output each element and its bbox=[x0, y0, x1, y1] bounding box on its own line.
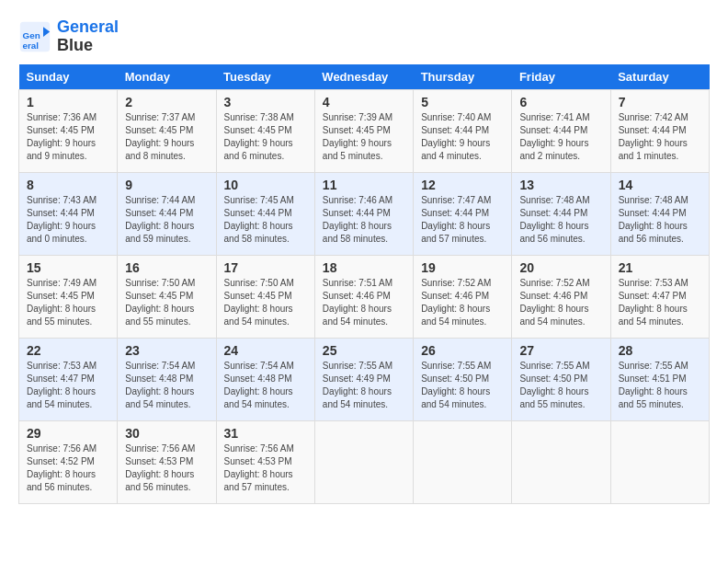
day-cell-15: 15Sunrise: 7:49 AMSunset: 4:45 PMDayligh… bbox=[19, 255, 118, 338]
day-cell-28: 28Sunrise: 7:55 AMSunset: 4:51 PMDayligh… bbox=[610, 338, 709, 420]
day-info: Sunrise: 7:47 AMSunset: 4:44 PMDaylight:… bbox=[421, 194, 504, 246]
day-cell-26: 26Sunrise: 7:55 AMSunset: 4:50 PMDayligh… bbox=[414, 338, 512, 420]
weekday-header-row: Sunday Monday Tuesday Wednesday Thursday… bbox=[19, 64, 710, 90]
day-cell-8: 8Sunrise: 7:43 AMSunset: 4:44 PMDaylight… bbox=[19, 172, 118, 255]
empty-cell bbox=[314, 420, 413, 503]
day-number: 21 bbox=[619, 260, 701, 275]
empty-cell bbox=[512, 420, 610, 503]
day-number: 17 bbox=[224, 260, 307, 275]
day-cell-17: 17Sunrise: 7:50 AMSunset: 4:45 PMDayligh… bbox=[216, 255, 314, 338]
day-info: Sunrise: 7:38 AMSunset: 4:45 PMDaylight:… bbox=[224, 111, 307, 163]
header-tuesday: Tuesday bbox=[216, 64, 314, 90]
day-number: 29 bbox=[27, 426, 109, 441]
day-cell-9: 9Sunrise: 7:44 AMSunset: 4:44 PMDaylight… bbox=[118, 172, 216, 255]
day-number: 25 bbox=[323, 343, 405, 358]
day-info: Sunrise: 7:53 AMSunset: 4:47 PMDaylight:… bbox=[27, 360, 109, 411]
day-info: Sunrise: 7:51 AMSunset: 4:46 PMDaylight:… bbox=[323, 277, 405, 328]
day-number: 20 bbox=[519, 260, 602, 275]
calendar-week-1: 1Sunrise: 7:36 AMSunset: 4:45 PMDaylight… bbox=[19, 89, 710, 172]
day-cell-20: 20Sunrise: 7:52 AMSunset: 4:46 PMDayligh… bbox=[512, 255, 610, 338]
day-number: 6 bbox=[519, 95, 602, 109]
calendar-week-3: 15Sunrise: 7:49 AMSunset: 4:45 PMDayligh… bbox=[19, 255, 710, 338]
day-info: Sunrise: 7:50 AMSunset: 4:45 PMDaylight:… bbox=[125, 277, 208, 328]
day-number: 31 bbox=[224, 426, 307, 441]
day-cell-5: 5Sunrise: 7:40 AMSunset: 4:44 PMDaylight… bbox=[414, 89, 512, 172]
day-cell-2: 2Sunrise: 7:37 AMSunset: 4:45 PMDaylight… bbox=[118, 89, 216, 172]
day-info: Sunrise: 7:43 AMSunset: 4:44 PMDaylight:… bbox=[27, 194, 109, 246]
day-cell-19: 19Sunrise: 7:52 AMSunset: 4:46 PMDayligh… bbox=[414, 255, 512, 338]
day-info: Sunrise: 7:50 AMSunset: 4:45 PMDaylight:… bbox=[224, 277, 307, 328]
day-info: Sunrise: 7:46 AMSunset: 4:44 PMDaylight:… bbox=[323, 194, 405, 246]
day-cell-11: 11Sunrise: 7:46 AMSunset: 4:44 PMDayligh… bbox=[314, 172, 413, 255]
day-number: 5 bbox=[421, 95, 504, 109]
day-info: Sunrise: 7:52 AMSunset: 4:46 PMDaylight:… bbox=[519, 277, 602, 328]
day-number: 30 bbox=[125, 426, 208, 441]
day-info: Sunrise: 7:44 AMSunset: 4:44 PMDaylight:… bbox=[125, 194, 208, 246]
day-info: Sunrise: 7:48 AMSunset: 4:44 PMDaylight:… bbox=[519, 194, 602, 246]
day-info: Sunrise: 7:56 AMSunset: 4:53 PMDaylight:… bbox=[125, 442, 208, 494]
header-saturday: Saturday bbox=[610, 64, 709, 90]
day-number: 15 bbox=[27, 260, 109, 275]
day-info: Sunrise: 7:41 AMSunset: 4:44 PMDaylight:… bbox=[519, 111, 602, 163]
header-monday: Monday bbox=[118, 64, 216, 90]
day-number: 11 bbox=[323, 178, 405, 192]
day-cell-7: 7Sunrise: 7:42 AMSunset: 4:44 PMDaylight… bbox=[610, 89, 709, 172]
calendar-week-4: 22Sunrise: 7:53 AMSunset: 4:47 PMDayligh… bbox=[19, 338, 710, 420]
day-info: Sunrise: 7:37 AMSunset: 4:45 PMDaylight:… bbox=[125, 111, 208, 163]
empty-cell bbox=[414, 420, 512, 503]
day-number: 26 bbox=[421, 343, 504, 358]
day-info: Sunrise: 7:52 AMSunset: 4:46 PMDaylight:… bbox=[421, 277, 504, 328]
header-thursday: Thursday bbox=[414, 64, 512, 90]
day-info: Sunrise: 7:54 AMSunset: 4:48 PMDaylight:… bbox=[224, 360, 307, 411]
day-number: 27 bbox=[519, 343, 602, 358]
day-cell-6: 6Sunrise: 7:41 AMSunset: 4:44 PMDaylight… bbox=[512, 89, 610, 172]
day-number: 12 bbox=[421, 178, 504, 192]
day-cell-16: 16Sunrise: 7:50 AMSunset: 4:45 PMDayligh… bbox=[118, 255, 216, 338]
day-info: Sunrise: 7:42 AMSunset: 4:44 PMDaylight:… bbox=[619, 111, 701, 163]
day-cell-29: 29Sunrise: 7:56 AMSunset: 4:52 PMDayligh… bbox=[19, 420, 118, 503]
day-info: Sunrise: 7:54 AMSunset: 4:48 PMDaylight:… bbox=[125, 360, 208, 411]
header-wednesday: Wednesday bbox=[314, 64, 413, 90]
page-header: Gen eral GeneralBlue bbox=[18, 18, 710, 55]
day-info: Sunrise: 7:56 AMSunset: 4:53 PMDaylight:… bbox=[224, 442, 307, 494]
day-info: Sunrise: 7:53 AMSunset: 4:47 PMDaylight:… bbox=[619, 277, 701, 328]
day-cell-12: 12Sunrise: 7:47 AMSunset: 4:44 PMDayligh… bbox=[414, 172, 512, 255]
day-info: Sunrise: 7:48 AMSunset: 4:44 PMDaylight:… bbox=[619, 194, 701, 246]
day-cell-21: 21Sunrise: 7:53 AMSunset: 4:47 PMDayligh… bbox=[610, 255, 709, 338]
day-number: 2 bbox=[125, 95, 208, 109]
day-number: 9 bbox=[125, 178, 208, 192]
day-number: 14 bbox=[619, 178, 701, 192]
day-cell-14: 14Sunrise: 7:48 AMSunset: 4:44 PMDayligh… bbox=[610, 172, 709, 255]
day-number: 7 bbox=[619, 95, 701, 109]
calendar-table: Sunday Monday Tuesday Wednesday Thursday… bbox=[18, 64, 710, 504]
day-cell-30: 30Sunrise: 7:56 AMSunset: 4:53 PMDayligh… bbox=[118, 420, 216, 503]
day-info: Sunrise: 7:45 AMSunset: 4:44 PMDaylight:… bbox=[224, 194, 307, 246]
day-number: 23 bbox=[125, 343, 208, 358]
day-number: 10 bbox=[224, 178, 307, 192]
day-number: 13 bbox=[519, 178, 602, 192]
svg-text:eral: eral bbox=[23, 40, 40, 50]
logo: Gen eral GeneralBlue bbox=[18, 18, 119, 55]
header-friday: Friday bbox=[512, 64, 610, 90]
day-number: 22 bbox=[27, 343, 109, 358]
logo-text: GeneralBlue bbox=[57, 18, 119, 55]
day-cell-18: 18Sunrise: 7:51 AMSunset: 4:46 PMDayligh… bbox=[314, 255, 413, 338]
day-cell-3: 3Sunrise: 7:38 AMSunset: 4:45 PMDaylight… bbox=[216, 89, 314, 172]
day-cell-25: 25Sunrise: 7:55 AMSunset: 4:49 PMDayligh… bbox=[314, 338, 413, 420]
day-info: Sunrise: 7:55 AMSunset: 4:50 PMDaylight:… bbox=[421, 360, 504, 411]
day-cell-31: 31Sunrise: 7:56 AMSunset: 4:53 PMDayligh… bbox=[216, 420, 314, 503]
day-number: 8 bbox=[27, 178, 109, 192]
day-number: 24 bbox=[224, 343, 307, 358]
day-cell-10: 10Sunrise: 7:45 AMSunset: 4:44 PMDayligh… bbox=[216, 172, 314, 255]
day-cell-27: 27Sunrise: 7:55 AMSunset: 4:50 PMDayligh… bbox=[512, 338, 610, 420]
day-number: 28 bbox=[619, 343, 701, 358]
day-number: 16 bbox=[125, 260, 208, 275]
calendar-week-5: 29Sunrise: 7:56 AMSunset: 4:52 PMDayligh… bbox=[19, 420, 710, 503]
day-info: Sunrise: 7:55 AMSunset: 4:51 PMDaylight:… bbox=[619, 360, 701, 411]
day-info: Sunrise: 7:39 AMSunset: 4:45 PMDaylight:… bbox=[323, 111, 405, 163]
day-cell-24: 24Sunrise: 7:54 AMSunset: 4:48 PMDayligh… bbox=[216, 338, 314, 420]
svg-text:Gen: Gen bbox=[23, 30, 40, 40]
day-number: 18 bbox=[323, 260, 405, 275]
day-number: 19 bbox=[421, 260, 504, 275]
day-cell-22: 22Sunrise: 7:53 AMSunset: 4:47 PMDayligh… bbox=[19, 338, 118, 420]
